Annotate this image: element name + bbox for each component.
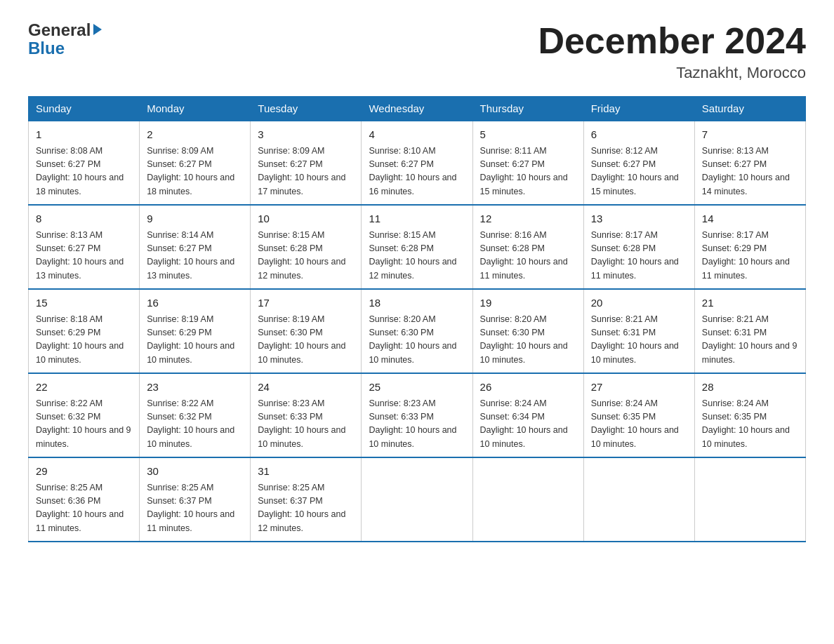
day-info: Sunrise: 8:14 AMSunset: 6:27 PMDaylight:… [147,229,243,283]
day-number: 1 [36,127,132,143]
day-info: Sunrise: 8:20 AMSunset: 6:30 PMDaylight:… [369,313,465,368]
table-row: 19Sunrise: 8:20 AMSunset: 6:30 PMDayligh… [472,289,583,373]
table-row: 12Sunrise: 8:16 AMSunset: 6:28 PMDayligh… [472,205,583,289]
calendar-table: Sunday Monday Tuesday Wednesday Thursday… [28,96,806,542]
day-info: Sunrise: 8:24 AMSunset: 6:35 PMDaylight:… [702,397,798,452]
table-row: 25Sunrise: 8:23 AMSunset: 6:33 PMDayligh… [362,373,472,457]
day-number: 15 [36,295,132,311]
day-info: Sunrise: 8:23 AMSunset: 6:33 PMDaylight:… [369,397,465,452]
table-row: 30Sunrise: 8:25 AMSunset: 6:37 PMDayligh… [140,457,251,542]
table-row: 6Sunrise: 8:12 AMSunset: 6:27 PMDaylight… [583,121,694,205]
table-row: 8Sunrise: 8:13 AMSunset: 6:27 PMDaylight… [29,205,140,289]
day-number: 28 [702,380,798,396]
day-number: 14 [702,211,798,227]
calendar-week-row: 1Sunrise: 8:08 AMSunset: 6:27 PMDaylight… [29,121,806,205]
table-row: 22Sunrise: 8:22 AMSunset: 6:32 PMDayligh… [29,373,140,457]
day-number: 2 [147,127,243,143]
table-row: 20Sunrise: 8:21 AMSunset: 6:31 PMDayligh… [583,289,694,373]
day-number: 8 [36,211,132,227]
table-row: 23Sunrise: 8:22 AMSunset: 6:32 PMDayligh… [140,373,251,457]
table-row: 15Sunrise: 8:18 AMSunset: 6:29 PMDayligh… [29,289,140,373]
calendar-week-row: 22Sunrise: 8:22 AMSunset: 6:32 PMDayligh… [29,373,806,457]
logo: General Blue [28,21,102,58]
table-row: 16Sunrise: 8:19 AMSunset: 6:29 PMDayligh… [140,289,251,373]
table-row: 13Sunrise: 8:17 AMSunset: 6:28 PMDayligh… [583,205,694,289]
table-row: 29Sunrise: 8:25 AMSunset: 6:36 PMDayligh… [29,457,140,542]
location-subtitle: Taznakht, Morocco [538,64,806,82]
day-number: 5 [480,127,576,143]
col-thursday: Thursday [472,97,583,121]
table-row: 3Sunrise: 8:09 AMSunset: 6:27 PMDaylight… [251,121,362,205]
day-info: Sunrise: 8:13 AMSunset: 6:27 PMDaylight:… [702,145,798,199]
table-row: 24Sunrise: 8:23 AMSunset: 6:33 PMDayligh… [251,373,362,457]
day-info: Sunrise: 8:24 AMSunset: 6:35 PMDaylight:… [591,397,687,452]
day-number: 22 [36,380,132,396]
table-row: 31Sunrise: 8:25 AMSunset: 6:37 PMDayligh… [251,457,362,542]
day-number: 7 [702,127,798,143]
table-row [583,457,694,542]
day-info: Sunrise: 8:18 AMSunset: 6:29 PMDaylight:… [36,313,132,368]
day-info: Sunrise: 8:23 AMSunset: 6:33 PMDaylight:… [258,397,354,452]
table-row: 14Sunrise: 8:17 AMSunset: 6:29 PMDayligh… [694,205,805,289]
col-friday: Friday [583,97,694,121]
day-info: Sunrise: 8:08 AMSunset: 6:27 PMDaylight:… [36,145,132,199]
day-number: 26 [480,380,576,396]
day-info: Sunrise: 8:15 AMSunset: 6:28 PMDaylight:… [258,229,354,283]
day-info: Sunrise: 8:16 AMSunset: 6:28 PMDaylight:… [480,229,576,283]
day-number: 3 [258,127,354,143]
col-sunday: Sunday [29,97,140,121]
day-number: 10 [258,211,354,227]
month-title: December 2024 [538,21,806,61]
day-number: 25 [369,380,465,396]
day-number: 6 [591,127,687,143]
table-row: 11Sunrise: 8:15 AMSunset: 6:28 PMDayligh… [362,205,472,289]
col-tuesday: Tuesday [251,97,362,121]
day-info: Sunrise: 8:21 AMSunset: 6:31 PMDaylight:… [591,313,687,368]
day-number: 19 [480,295,576,311]
table-row [362,457,472,542]
day-info: Sunrise: 8:19 AMSunset: 6:29 PMDaylight:… [147,313,243,368]
table-row: 21Sunrise: 8:21 AMSunset: 6:31 PMDayligh… [694,289,805,373]
calendar-week-row: 15Sunrise: 8:18 AMSunset: 6:29 PMDayligh… [29,289,806,373]
calendar-header-row: Sunday Monday Tuesday Wednesday Thursday… [29,97,806,121]
day-number: 30 [147,464,243,480]
day-info: Sunrise: 8:21 AMSunset: 6:31 PMDaylight:… [702,313,798,368]
day-number: 18 [369,295,465,311]
day-info: Sunrise: 8:11 AMSunset: 6:27 PMDaylight:… [480,145,576,199]
day-info: Sunrise: 8:25 AMSunset: 6:37 PMDaylight:… [258,481,354,536]
day-info: Sunrise: 8:10 AMSunset: 6:27 PMDaylight:… [369,145,465,199]
table-row: 17Sunrise: 8:19 AMSunset: 6:30 PMDayligh… [251,289,362,373]
table-row: 2Sunrise: 8:09 AMSunset: 6:27 PMDaylight… [140,121,251,205]
day-number: 12 [480,211,576,227]
table-row: 26Sunrise: 8:24 AMSunset: 6:34 PMDayligh… [472,373,583,457]
day-info: Sunrise: 8:09 AMSunset: 6:27 PMDaylight:… [147,145,243,199]
day-info: Sunrise: 8:13 AMSunset: 6:27 PMDaylight:… [36,229,132,283]
day-info: Sunrise: 8:09 AMSunset: 6:27 PMDaylight:… [258,145,354,199]
calendar-week-row: 29Sunrise: 8:25 AMSunset: 6:36 PMDayligh… [29,457,806,542]
logo-blue-text: Blue [28,39,102,58]
day-info: Sunrise: 8:22 AMSunset: 6:32 PMDaylight:… [147,397,243,452]
day-number: 9 [147,211,243,227]
day-info: Sunrise: 8:25 AMSunset: 6:36 PMDaylight:… [36,481,132,536]
day-number: 20 [591,295,687,311]
day-number: 27 [591,380,687,396]
col-wednesday: Wednesday [362,97,472,121]
logo-triangle-icon [93,24,102,35]
title-section: December 2024 Taznakht, Morocco [538,21,806,82]
table-row: 1Sunrise: 8:08 AMSunset: 6:27 PMDaylight… [29,121,140,205]
day-info: Sunrise: 8:22 AMSunset: 6:32 PMDaylight:… [36,397,132,452]
col-saturday: Saturday [694,97,805,121]
day-info: Sunrise: 8:19 AMSunset: 6:30 PMDaylight:… [258,313,354,368]
page-header: General Blue December 2024 Taznakht, Mor… [28,21,806,82]
day-info: Sunrise: 8:17 AMSunset: 6:28 PMDaylight:… [591,229,687,283]
table-row: 5Sunrise: 8:11 AMSunset: 6:27 PMDaylight… [472,121,583,205]
table-row [472,457,583,542]
day-number: 4 [369,127,465,143]
table-row: 27Sunrise: 8:24 AMSunset: 6:35 PMDayligh… [583,373,694,457]
table-row: 7Sunrise: 8:13 AMSunset: 6:27 PMDaylight… [694,121,805,205]
table-row: 10Sunrise: 8:15 AMSunset: 6:28 PMDayligh… [251,205,362,289]
table-row: 9Sunrise: 8:14 AMSunset: 6:27 PMDaylight… [140,205,251,289]
col-monday: Monday [140,97,251,121]
table-row: 28Sunrise: 8:24 AMSunset: 6:35 PMDayligh… [694,373,805,457]
day-number: 13 [591,211,687,227]
